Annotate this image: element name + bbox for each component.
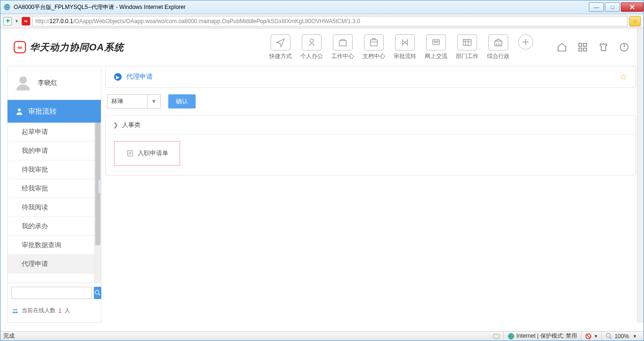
dropdown-icon[interactable]: ▼ <box>15 19 19 24</box>
brand-logo-icon: ∞ <box>14 41 26 53</box>
svg-rect-8 <box>463 39 471 45</box>
online-label: 当前在线人数 <box>22 307 56 315</box>
status-protected-mode[interactable]: ▼ <box>581 332 602 341</box>
sidebar-search-button[interactable] <box>94 287 101 299</box>
address-bar: ✚ ▼ ∞ http://127.0.0.1/OAapp/WebObjects/… <box>0 14 644 28</box>
page-scrollbar[interactable] <box>637 28 644 323</box>
window-title: OA8000平台版_FPLMYSQL5--代理申请 - Windows Inte… <box>14 3 588 11</box>
top-nav-label: 文档中心 <box>363 52 385 60</box>
panel-title: 人事类 <box>122 121 140 129</box>
panel-header[interactable]: ❯ 人事类 <box>106 116 636 134</box>
top-nav-0[interactable]: 快捷方式 <box>269 34 292 60</box>
svg-point-17 <box>13 308 15 310</box>
sidebar-collapse-handle[interactable] <box>98 179 101 193</box>
shirt-icon[interactable] <box>598 42 609 52</box>
svg-rect-9 <box>579 43 582 46</box>
window-close-button[interactable] <box>621 2 644 12</box>
top-nav-7[interactable]: 综合行政 <box>487 34 510 60</box>
top-nav-1[interactable]: 个人办公 <box>300 34 323 60</box>
form-card-entry[interactable]: 入职申请单 <box>114 141 180 166</box>
svg-rect-11 <box>579 48 582 51</box>
url-host: 127.0.0.1 <box>50 18 73 25</box>
zoom-icon <box>606 333 612 340</box>
power-icon[interactable] <box>619 42 629 52</box>
sidebar-item-4[interactable]: 待我阅读 <box>8 198 94 217</box>
status-zone-text: Internet | 保护模式: 禁用 <box>516 332 577 340</box>
sidebar-item-2[interactable]: 待我审批 <box>8 160 94 179</box>
top-nav-3[interactable]: 文档中心 <box>363 34 385 60</box>
window-minimize-button[interactable]: — <box>589 2 604 12</box>
top-nav-5[interactable]: 网上交流 <box>425 34 447 60</box>
sidebar-search-input[interactable] <box>11 287 92 299</box>
svg-rect-4 <box>371 40 378 46</box>
svg-point-5 <box>434 41 436 42</box>
status-zoom[interactable]: 100% ▼ <box>602 332 641 341</box>
form-icon <box>126 150 134 157</box>
svg-point-14 <box>19 76 27 84</box>
page-header-arrow-icon: ▶ <box>114 73 122 81</box>
users-icon <box>11 308 19 314</box>
sidebar-scrollbar[interactable] <box>94 123 101 283</box>
svg-point-0 <box>4 4 10 10</box>
url-prefix: http:// <box>35 18 50 25</box>
online-count: 1 <box>58 308 62 314</box>
home-icon[interactable] <box>557 42 567 52</box>
svg-rect-21 <box>495 333 498 335</box>
svg-rect-3 <box>339 41 347 46</box>
url-input[interactable]: http://127.0.0.1/OAapp/WebObjects/OAapp.… <box>32 16 627 26</box>
status-left: 完成 <box>3 332 15 340</box>
svg-point-15 <box>18 108 21 111</box>
top-nav-label: 网上交流 <box>425 52 447 60</box>
site-favicon: ∞ <box>22 17 30 25</box>
sidebar-item-3[interactable]: 经我审批 <box>8 179 94 198</box>
svg-point-6 <box>437 41 438 42</box>
ie-icon <box>3 3 11 11</box>
chevron-right-icon: ❯ <box>113 121 118 128</box>
svg-rect-7 <box>433 39 440 44</box>
svg-point-2 <box>310 39 313 42</box>
svg-rect-10 <box>584 43 586 46</box>
svg-point-24 <box>606 333 611 337</box>
sidebar-item-1[interactable]: 我的申请 <box>8 141 94 160</box>
online-users: 当前在线人数 1人 <box>11 307 97 315</box>
combobox-dropdown-button[interactable]: ▼ <box>148 94 161 108</box>
window-maximize-button[interactable]: □ <box>605 2 620 12</box>
top-nav-6[interactable]: 部门工作 <box>456 34 479 60</box>
brand: ∞ 华天动力协同OA系统 <box>14 41 124 54</box>
avatar-icon <box>14 74 32 92</box>
svg-rect-12 <box>584 48 586 51</box>
status-zoom-value: 100% <box>614 333 629 340</box>
top-nav-add[interactable] <box>518 34 533 50</box>
page-title: 代理申请 <box>126 73 153 81</box>
ie-status-bar: 完成 Internet | 保护模式: 禁用 ▼ 100% ▼ <box>0 331 644 341</box>
favorites-button[interactable]: ☺ <box>629 16 641 26</box>
category-panel: ❯ 人事类 入职申请单 <box>105 115 636 175</box>
top-nav-label: 部门工作 <box>456 52 479 60</box>
person-icon <box>15 107 24 116</box>
user-combobox[interactable]: 林琳 ▼ <box>107 94 161 108</box>
sidebar-item-6[interactable]: 审批数据查询 <box>8 236 94 255</box>
user-card: 李晓红 <box>7 66 101 100</box>
confirm-button[interactable]: 确认 <box>168 94 196 108</box>
status-popup-icon[interactable] <box>489 332 504 341</box>
svg-point-18 <box>16 308 17 310</box>
url-path: /OAapp/WebObjects/OAapp.woa/wo/com.oa800… <box>73 18 360 25</box>
page-header: ▶ 代理申请 ☆ <box>105 66 636 88</box>
apps-icon[interactable] <box>578 42 588 52</box>
security-shield-icon[interactable]: ✚ <box>3 17 12 25</box>
top-nav-2[interactable]: 工作中心 <box>331 34 354 60</box>
svg-point-16 <box>95 291 99 294</box>
form-card-label: 入职申请单 <box>138 149 168 158</box>
combobox-value[interactable]: 林琳 <box>107 94 148 108</box>
favorite-star-icon[interactable]: ☆ <box>619 72 627 82</box>
window-titlebar: OA8000平台版_FPLMYSQL5--代理申请 - Windows Inte… <box>0 0 644 14</box>
sidebar-section-header[interactable]: 审批流转 <box>8 100 101 123</box>
globe-icon <box>508 333 514 340</box>
sidebar-item-5[interactable]: 我的承办 <box>8 217 94 236</box>
online-unit: 人 <box>65 307 70 315</box>
status-zone: Internet | 保护模式: 禁用 <box>504 332 581 341</box>
brand-text: 华天动力协同OA系统 <box>30 41 124 54</box>
sidebar-item-7[interactable]: 代理申请 <box>8 255 94 274</box>
top-nav-4[interactable]: 审批流转 <box>394 34 416 60</box>
sidebar-item-0[interactable]: 起草申请 <box>8 123 94 141</box>
